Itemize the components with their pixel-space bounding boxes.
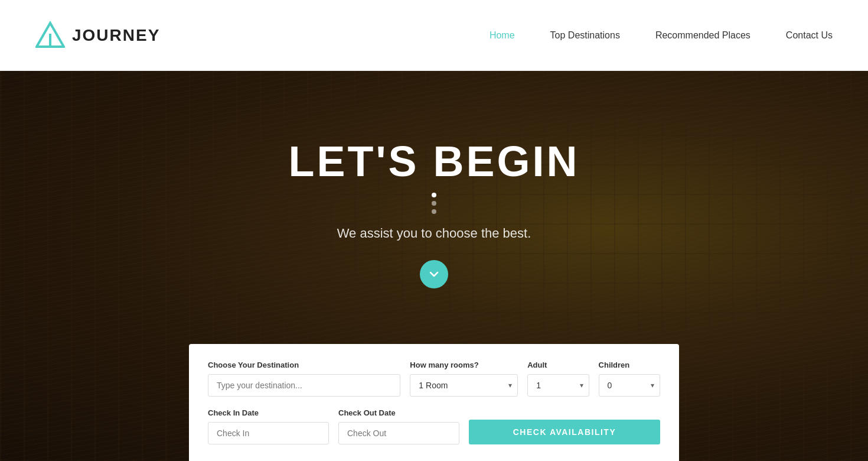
checkout-group: Check Out Date (338, 408, 459, 444)
children-label: Children (599, 361, 660, 369)
nav-home[interactable]: Home (490, 30, 515, 41)
booking-form-row-2: Check In Date Check Out Date CHECK AVAIL… (208, 408, 660, 444)
hero-subtitle: We assist you to choose the best. (337, 226, 531, 241)
checkin-label: Check In Date (208, 408, 329, 417)
hero-dot-2 (432, 201, 436, 206)
children-select[interactable]: 0 1 2 3 (599, 374, 660, 397)
adult-select[interactable]: 1 2 3 4 (527, 374, 589, 397)
hero-dots (432, 193, 436, 214)
rooms-group: How many rooms? 1 Room 2 Rooms 3 Rooms 4… (410, 361, 518, 397)
chevron-down-icon (428, 268, 440, 280)
booking-form: Choose Your Destination How many rooms? … (189, 344, 679, 461)
rooms-label: How many rooms? (410, 361, 518, 369)
check-availability-button[interactable]: CHECK AVAILABILITY (469, 420, 660, 444)
rooms-select-wrapper: 1 Room 2 Rooms 3 Rooms 4 Rooms ▾ (410, 374, 518, 397)
hero-dot-3 (432, 209, 436, 214)
header: JOURNEY Home Top Destinations Recommende… (0, 0, 868, 71)
logo-icon (35, 21, 65, 50)
nav-top-destinations[interactable]: Top Destinations (550, 30, 620, 41)
nav-contact-us[interactable]: Contact Us (786, 30, 833, 41)
hero-section: LET'S BEGIN We assist you to choose the … (0, 71, 868, 461)
adult-group: Adult 1 2 3 4 ▾ (527, 361, 589, 397)
checkout-input[interactable] (338, 422, 459, 444)
scroll-down-button[interactable] (420, 260, 448, 288)
destination-group: Choose Your Destination (208, 361, 400, 397)
adult-label: Adult (527, 361, 589, 369)
logo-text: JOURNEY (72, 26, 160, 45)
checkout-label: Check Out Date (338, 408, 459, 417)
nav-recommended-places[interactable]: Recommended Places (655, 30, 750, 41)
rooms-select[interactable]: 1 Room 2 Rooms 3 Rooms 4 Rooms (410, 374, 518, 397)
hero-title: LET'S BEGIN (288, 137, 579, 186)
logo[interactable]: JOURNEY (35, 21, 160, 50)
adult-select-wrapper: 1 2 3 4 ▾ (527, 374, 589, 397)
checkin-input[interactable] (208, 422, 329, 444)
hero-dot-1 (432, 193, 436, 197)
destination-input[interactable] (208, 374, 400, 397)
checkin-group: Check In Date (208, 408, 329, 444)
destination-label: Choose Your Destination (208, 361, 400, 369)
booking-form-row-1: Choose Your Destination How many rooms? … (208, 361, 660, 397)
main-nav: Home Top Destinations Recommended Places… (490, 30, 833, 41)
children-select-wrapper: 0 1 2 3 ▾ (599, 374, 660, 397)
children-group: Children 0 1 2 3 ▾ (599, 361, 660, 397)
